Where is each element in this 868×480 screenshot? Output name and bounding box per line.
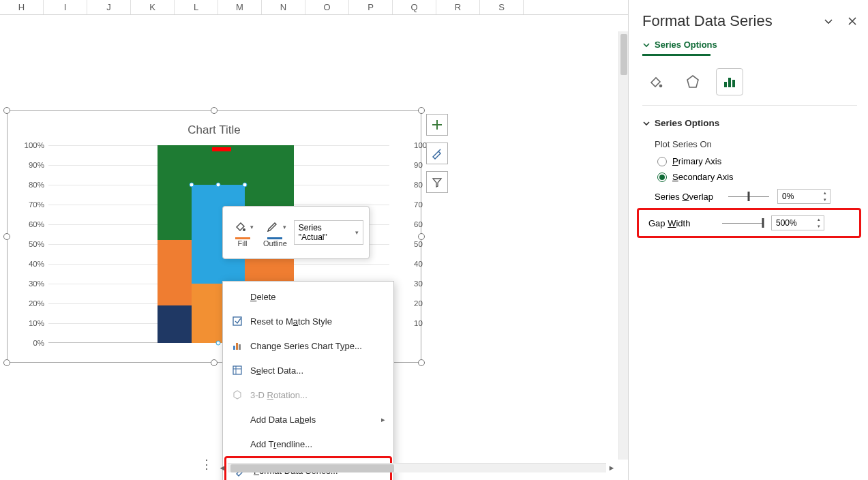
select-data-icon bbox=[231, 364, 243, 376]
scroll-left-icon[interactable]: ◄ bbox=[217, 463, 228, 472]
menu-change-chart-type[interactable]: Change Series Chart Type... bbox=[223, 333, 393, 358]
series-sel-point[interactable] bbox=[215, 183, 220, 188]
pen-icon bbox=[264, 218, 282, 236]
scrollbar-track[interactable] bbox=[228, 463, 606, 472]
series-options-tab[interactable] bbox=[716, 68, 743, 95]
series-options-section[interactable]: Series Options bbox=[642, 114, 857, 135]
chart-title[interactable]: Chart Title bbox=[8, 111, 421, 137]
chart-filters-button[interactable] bbox=[426, 171, 448, 193]
scroll-right-icon[interactable]: ► bbox=[606, 463, 617, 472]
gap-width-slider[interactable] bbox=[722, 218, 763, 228]
outline-label: Outline bbox=[263, 239, 287, 247]
resize-handle[interactable] bbox=[418, 233, 425, 240]
y-tick: 60% bbox=[17, 220, 47, 228]
col-header[interactable]: H bbox=[0, 0, 44, 14]
y-tick: 100% bbox=[17, 141, 47, 149]
chart-side-buttons bbox=[426, 114, 448, 193]
gap-width-row: Gap Width ▴▾ bbox=[642, 211, 856, 235]
fill-line-tab[interactable] bbox=[642, 68, 670, 95]
col-header[interactable]: L bbox=[175, 0, 218, 14]
chevron-down-icon bbox=[642, 41, 650, 49]
menu-select-data[interactable]: Select Data... bbox=[223, 358, 393, 382]
resize-handle[interactable] bbox=[3, 233, 10, 240]
series-sel-point[interactable] bbox=[215, 341, 220, 346]
svg-marker-9 bbox=[687, 76, 698, 87]
col-header[interactable]: O bbox=[305, 0, 349, 14]
menu-delete[interactable]: Delete bbox=[223, 284, 393, 309]
resize-handle[interactable] bbox=[211, 359, 218, 366]
series-options-dropdown[interactable]: Series Options bbox=[642, 40, 857, 54]
plot-series-on-label: Plot Series On bbox=[642, 135, 857, 153]
svg-rect-3 bbox=[236, 343, 238, 350]
scrollbar-thumb[interactable] bbox=[620, 34, 627, 75]
col-header[interactable]: P bbox=[349, 0, 393, 14]
y-tick: 50% bbox=[17, 240, 47, 248]
y-tick: 70 bbox=[414, 200, 437, 209]
resize-handle[interactable] bbox=[418, 107, 425, 114]
chart-elements-button[interactable] bbox=[426, 114, 448, 136]
fill-label: Fill bbox=[237, 239, 247, 247]
y-tick: 60 bbox=[414, 220, 437, 228]
chart-type-icon bbox=[231, 340, 243, 352]
pane-options-button[interactable] bbox=[823, 16, 834, 27]
spinner[interactable]: ▴▾ bbox=[814, 216, 824, 230]
col-header[interactable]: N bbox=[262, 0, 305, 14]
y-tick: 40% bbox=[17, 260, 47, 268]
col-header[interactable]: S bbox=[480, 0, 524, 14]
fill-dropdown[interactable]: ▾ Fill bbox=[228, 217, 256, 249]
y-tick: 30 bbox=[414, 280, 437, 288]
series-sel-point[interactable] bbox=[242, 183, 247, 188]
effects-tab[interactable] bbox=[679, 68, 706, 95]
secondary-axis-radio[interactable]: Secondary Axis bbox=[642, 169, 857, 185]
col-header[interactable]: M bbox=[218, 0, 262, 14]
svg-rect-11 bbox=[728, 78, 731, 87]
resize-handle[interactable] bbox=[3, 107, 10, 114]
resize-handle[interactable] bbox=[3, 359, 10, 366]
y-tick: 10% bbox=[17, 319, 47, 327]
svg-point-0 bbox=[243, 228, 245, 231]
series-options-tab-label: Series Options bbox=[655, 40, 717, 50]
menu-add-data-labels[interactable]: Add Data Labels ▸ bbox=[223, 407, 393, 432]
worksheet-area: H I J K L M N O P Q R S Char bbox=[0, 0, 628, 480]
series-picker[interactable]: Series "Actual" ▾ bbox=[294, 220, 363, 245]
series-marker bbox=[212, 147, 231, 151]
close-icon[interactable] bbox=[848, 16, 857, 26]
y-tick: 70% bbox=[17, 200, 47, 209]
series-sel-point[interactable] bbox=[190, 183, 194, 188]
menu-reset-style[interactable]: Reset to Match Style bbox=[223, 309, 393, 333]
y-tick: 20 bbox=[414, 299, 437, 308]
svg-rect-1 bbox=[233, 317, 241, 325]
y-axis-secondary[interactable]: 100 90 80 70 60 50 40 30 20 10 bbox=[391, 145, 414, 343]
series-overlap-label: Series Overlap bbox=[655, 192, 720, 202]
outline-dropdown[interactable]: ▾ Outline bbox=[260, 217, 290, 249]
spinner[interactable]: ▴▾ bbox=[820, 190, 830, 203]
col-header[interactable]: R bbox=[436, 0, 480, 14]
primary-axis-radio[interactable]: Primary Axis bbox=[642, 153, 857, 169]
divider bbox=[642, 105, 857, 106]
col-header[interactable]: K bbox=[131, 0, 175, 14]
col-header[interactable]: I bbox=[44, 0, 87, 14]
menu-add-trendline[interactable]: Add Trendline... bbox=[223, 432, 393, 456]
col-header[interactable]: Q bbox=[393, 0, 436, 14]
resize-handle[interactable] bbox=[211, 107, 218, 114]
radio-icon bbox=[657, 157, 667, 166]
horizontal-scrollbar[interactable]: ◄ ► bbox=[217, 462, 617, 473]
chart-styles-button[interactable] bbox=[426, 142, 448, 164]
svg-rect-10 bbox=[724, 82, 727, 87]
col-header[interactable]: J bbox=[87, 0, 131, 14]
format-pane: Format Data Series Series Options bbox=[628, 0, 868, 480]
chevron-down-icon: ▾ bbox=[355, 229, 359, 236]
paint-bucket-icon bbox=[231, 218, 249, 236]
series-overlap-row: Series Overlap ▴▾ bbox=[642, 185, 857, 208]
grid[interactable]: Chart Title 100% 90% 80% 70% 60% 50% 40%… bbox=[0, 15, 628, 480]
sheet-more-icon[interactable]: ⋮ bbox=[200, 457, 213, 472]
svg-rect-12 bbox=[732, 80, 735, 87]
y-tick: 90% bbox=[17, 161, 47, 169]
scrollbar-thumb[interactable] bbox=[230, 464, 394, 472]
series-overlap-slider[interactable] bbox=[728, 192, 769, 201]
svg-rect-2 bbox=[233, 346, 235, 350]
y-axis-primary[interactable]: 100% 90% 80% 70% 60% 50% 40% 30% 20% 10%… bbox=[17, 145, 47, 343]
resize-handle[interactable] bbox=[418, 359, 425, 366]
vertical-scrollbar[interactable] bbox=[618, 31, 628, 460]
y-tick: 80% bbox=[17, 181, 47, 189]
